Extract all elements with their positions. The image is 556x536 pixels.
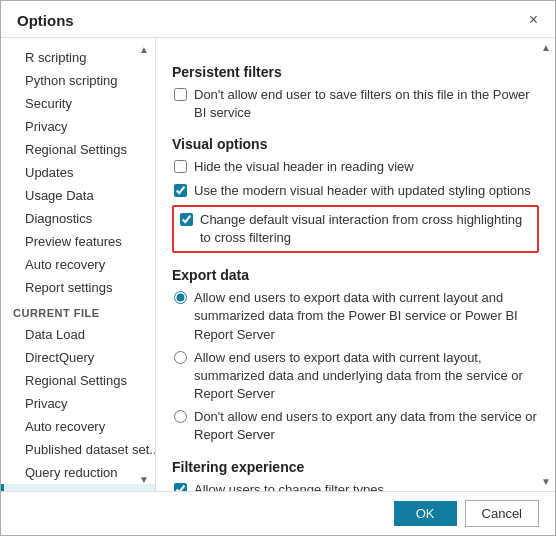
option-label-filter-types: Allow users to change filter types <box>194 481 384 491</box>
checkbox-modern-header[interactable] <box>174 184 187 197</box>
cancel-button[interactable]: Cancel <box>465 500 539 527</box>
main-scroll-up-icon[interactable]: ▲ <box>541 42 551 53</box>
option-label-hide-visual-header: Hide the visual header in reading view <box>194 158 414 176</box>
option-row-persistent-filter: Don't allow end user to save filters on … <box>172 86 539 122</box>
option-row-export-2: Allow end users to export data with curr… <box>172 349 539 404</box>
option-row-hide-visual-header: Hide the visual header in reading view <box>172 158 539 176</box>
current-file-header: CURRENT FILE <box>1 299 155 323</box>
close-button[interactable]: × <box>524 9 543 31</box>
sidebar-item-regional-settings-cf[interactable]: Regional Settings <box>1 369 155 392</box>
sidebar-item-query-reduction[interactable]: Query reduction <box>1 461 155 484</box>
section-title-visual-options: Visual options <box>172 136 539 152</box>
sidebar-item-diagnostics[interactable]: Diagnostics <box>1 207 155 230</box>
dialog-titlebar: Options × <box>1 1 555 38</box>
ok-button[interactable]: OK <box>394 501 457 526</box>
checkbox-hide-visual-header[interactable] <box>174 160 187 173</box>
option-label-export-1: Allow end users to export data with curr… <box>194 289 539 344</box>
options-dialog: Options × ▲ R scripting Python scripting… <box>0 0 556 536</box>
checkbox-filter-types[interactable] <box>174 483 187 491</box>
sidebar-item-updates[interactable]: Updates <box>1 161 155 184</box>
section-title-export-data: Export data <box>172 267 539 283</box>
dialog-footer: OK Cancel <box>1 491 555 535</box>
sidebar-item-r-scripting[interactable]: R scripting <box>1 46 155 69</box>
sidebar: ▲ R scripting Python scripting Security … <box>1 38 156 491</box>
sidebar-item-data-load[interactable]: Data Load <box>1 323 155 346</box>
sidebar-item-usage-data[interactable]: Usage Data <box>1 184 155 207</box>
sidebar-item-report-settings-cf[interactable]: Report settings <box>1 484 155 491</box>
option-label-export-3: Don't allow end users to export any data… <box>194 408 539 444</box>
sidebar-scroll-down-icon[interactable]: ▼ <box>139 474 149 485</box>
option-label-cross-filter: Change default visual interaction from c… <box>200 211 531 247</box>
sidebar-list: R scripting Python scripting Security Pr… <box>1 38 156 491</box>
sidebar-item-python-scripting[interactable]: Python scripting <box>1 69 155 92</box>
sidebar-item-published-dataset[interactable]: Published dataset set... <box>1 438 155 461</box>
option-label-export-2: Allow end users to export data with curr… <box>194 349 539 404</box>
sidebar-item-directquery[interactable]: DirectQuery <box>1 346 155 369</box>
sidebar-item-auto-recovery-global[interactable]: Auto recovery <box>1 253 155 276</box>
sidebar-item-regional-settings[interactable]: Regional Settings <box>1 138 155 161</box>
sidebar-item-privacy[interactable]: Privacy <box>1 115 155 138</box>
sidebar-item-security[interactable]: Security <box>1 92 155 115</box>
checkbox-cross-filter[interactable] <box>180 213 193 226</box>
option-label-persistent-filter: Don't allow end user to save filters on … <box>194 86 539 122</box>
radio-export-underlying[interactable] <box>174 351 187 364</box>
dialog-body: ▲ R scripting Python scripting Security … <box>1 38 555 491</box>
section-title-persistent-filters: Persistent filters <box>172 64 539 80</box>
highlighted-option-cross-filter: Change default visual interaction from c… <box>172 205 539 253</box>
radio-export-summarized[interactable] <box>174 291 187 304</box>
sidebar-item-preview-features[interactable]: Preview features <box>1 230 155 253</box>
radio-export-none[interactable] <box>174 410 187 423</box>
option-row-modern-header: Use the modern visual header with update… <box>172 182 539 200</box>
option-row-export-3: Don't allow end users to export any data… <box>172 408 539 444</box>
option-label-modern-header: Use the modern visual header with update… <box>194 182 531 200</box>
dialog-title: Options <box>17 12 74 29</box>
main-content: ▲ Persistent filters Don't allow end use… <box>156 38 555 491</box>
sidebar-scroll-up-icon[interactable]: ▲ <box>139 44 149 55</box>
checkbox-persistent-filter[interactable] <box>174 88 187 101</box>
sidebar-item-report-settings-global[interactable]: Report settings <box>1 276 155 299</box>
main-scroll-down-icon[interactable]: ▼ <box>541 476 551 487</box>
option-row-filter-types: Allow users to change filter types <box>172 481 539 491</box>
section-title-filtering: Filtering experience <box>172 459 539 475</box>
sidebar-item-privacy-cf[interactable]: Privacy <box>1 392 155 415</box>
option-row-export-1: Allow end users to export data with curr… <box>172 289 539 344</box>
sidebar-item-auto-recovery-cf[interactable]: Auto recovery <box>1 415 155 438</box>
